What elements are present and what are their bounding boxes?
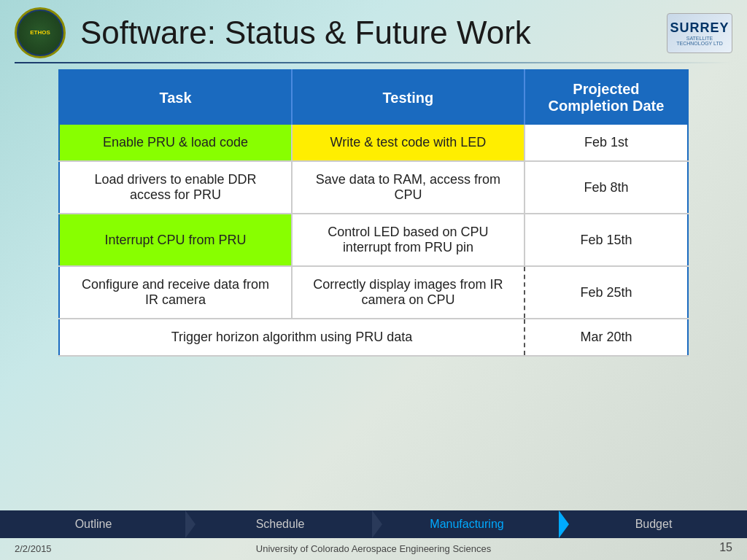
page-header: ETHOS Software: Status & Future Work SUR… (0, 0, 747, 62)
surrey-logo: SURREY SATELLITE TECHNOLOGY LTD (667, 13, 732, 53)
ethos-logo: ETHOS (15, 7, 66, 58)
date-cell: Feb 1st (525, 125, 688, 161)
date-cell: Mar 20th (525, 319, 688, 356)
testing-cell: Save data to RAM, access from CPU (292, 161, 525, 214)
nav-schedule[interactable]: Schedule (187, 510, 374, 538)
nav-arrow-active (559, 510, 569, 538)
page-title: Software: Status & Future Work (80, 15, 667, 51)
nav-bar: Outline Schedule Manufacturing Budget (0, 510, 747, 538)
footer-page: 15 (719, 541, 732, 554)
header-date: ProjectedCompletion Date (525, 70, 688, 125)
testing-cell: Write & test code with LED (292, 125, 525, 161)
table-row: Trigger horizon algorithm using PRU data… (59, 319, 688, 356)
footer-date: 2/2/2015 (15, 543, 52, 554)
testing-cell: Control LED based on CPU interrupt from … (292, 214, 525, 266)
main-content: Task Testing ProjectedCompletion Date En… (0, 69, 747, 357)
table-row: Load drivers to enable DDR access for PR… (59, 161, 688, 214)
task-cell: Interrupt CPU from PRU (59, 214, 292, 266)
table-row: Enable PRU & load code Write & test code… (59, 125, 688, 161)
nav-outline[interactable]: Outline (0, 510, 187, 538)
nav-arrow (372, 510, 382, 538)
nav-manufacturing-label: Manufacturing (430, 518, 503, 531)
status-table: Task Testing ProjectedCompletion Date En… (58, 69, 689, 357)
nav-outline-label: Outline (75, 518, 112, 531)
task-merged-cell: Trigger horizon algorithm using PRU data (59, 319, 525, 356)
nav-budget-label: Budget (635, 518, 673, 531)
title-underline (15, 62, 732, 63)
task-cell: Configure and receive data from IR camer… (59, 266, 292, 319)
nav-arrow (185, 510, 196, 538)
header-testing: Testing (292, 70, 525, 125)
date-cell: Feb 15th (525, 214, 688, 266)
task-cell: Enable PRU & load code (59, 125, 292, 161)
nav-manufacturing[interactable]: Manufacturing (374, 510, 560, 538)
date-cell: Feb 25th (525, 266, 688, 319)
task-cell: Load drivers to enable DDR access for PR… (59, 161, 292, 214)
footer-university: University of Colorado Aerospace Enginee… (256, 543, 491, 554)
surrey-name: SURREY (670, 20, 729, 36)
header-task: Task (59, 70, 292, 125)
date-cell: Feb 8th (525, 161, 688, 214)
table-row: Interrupt CPU from PRU Control LED based… (59, 214, 688, 266)
logo-text: ETHOS (30, 29, 50, 36)
nav-schedule-label: Schedule (256, 518, 305, 531)
table-header-row: Task Testing ProjectedCompletion Date (59, 70, 688, 125)
testing-cell: Correctly display images from IR camera … (292, 266, 525, 319)
nav-budget[interactable]: Budget (560, 510, 747, 538)
surrey-subtext: SATELLITE TECHNOLOGY LTD (670, 36, 729, 46)
table-row: Configure and receive data from IR camer… (59, 266, 688, 319)
